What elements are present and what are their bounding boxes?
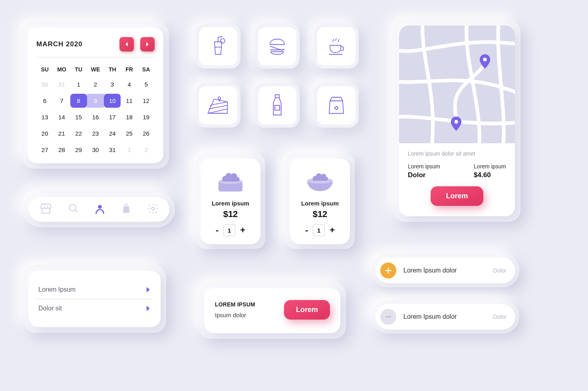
calendar-nav bbox=[119, 37, 155, 51]
svg-point-2 bbox=[151, 207, 155, 210]
list-item[interactable]: Dolor sit bbox=[37, 299, 153, 318]
calendar-day[interactable]: 27 bbox=[36, 143, 53, 157]
navbar bbox=[29, 197, 169, 222]
banner-cta-button[interactable]: Lorem bbox=[284, 300, 330, 320]
action-row-remove: Lorem Ipsum dolor Dolor bbox=[375, 304, 515, 330]
remove-button[interactable] bbox=[380, 309, 396, 325]
action-row-2-container: Lorem Ipsum dolor Dolor bbox=[371, 300, 519, 334]
calendar-day[interactable]: 8 bbox=[70, 94, 87, 108]
calendar-day[interactable]: 23 bbox=[87, 126, 104, 140]
action-row-1-note: Dolor bbox=[493, 267, 507, 274]
salad-box-icon bbox=[211, 166, 250, 195]
calendar-dow: TH bbox=[104, 64, 121, 75]
store-icon[interactable] bbox=[39, 202, 53, 217]
calendar-day[interactable]: 10 bbox=[104, 94, 121, 108]
category-tile-outer bbox=[196, 83, 240, 128]
calendar-day[interactable]: 2 bbox=[87, 77, 104, 91]
prev-month-button[interactable] bbox=[119, 37, 134, 51]
calendar-day[interactable]: 31 bbox=[104, 143, 121, 157]
qty-decrease-button[interactable]: - bbox=[305, 225, 308, 235]
list-item-label: Lorem Ipsum bbox=[38, 286, 75, 293]
burger-icon[interactable] bbox=[258, 27, 296, 65]
calendar-day[interactable]: 2 bbox=[138, 143, 155, 157]
banner-container: LOREM IPSUM Ipsum dolor Lorem bbox=[199, 282, 346, 339]
svg-point-1 bbox=[98, 205, 101, 209]
map-caption: Lorem ipsum dolor sit amet bbox=[408, 150, 506, 157]
navbar-container bbox=[23, 192, 175, 227]
quantity-stepper: - 1 + bbox=[216, 224, 245, 236]
calendar-dow: FR bbox=[121, 64, 137, 75]
menu-list: Lorem Ipsum Dolor sit bbox=[29, 271, 161, 327]
calendar-day[interactable]: 20 bbox=[36, 126, 53, 140]
qty-increase-button[interactable]: + bbox=[330, 225, 335, 235]
map-area[interactable] bbox=[399, 26, 515, 143]
calendar-day[interactable]: 25 bbox=[121, 126, 137, 140]
next-month-button[interactable] bbox=[140, 37, 155, 51]
calendar-day[interactable]: 4 bbox=[121, 77, 137, 91]
qty-increase-button[interactable]: + bbox=[240, 225, 245, 235]
action-row-1-container: Lorem Ipsum dolor Dolor bbox=[371, 254, 519, 287]
calendar-dow: SA bbox=[138, 64, 155, 75]
qty-decrease-button[interactable]: - bbox=[216, 225, 219, 235]
calendar-day[interactable]: 9 bbox=[87, 94, 104, 108]
product-price: $12 bbox=[223, 209, 238, 219]
calendar-day[interactable]: 3 bbox=[104, 77, 121, 91]
calendar-day[interactable]: 1 bbox=[121, 143, 137, 157]
calendar-day[interactable]: 6 bbox=[36, 94, 53, 108]
calendar-day[interactable]: 30 bbox=[36, 77, 53, 91]
map-stats: Lorem ipsum Dolor Lorem ipsum $4.60 bbox=[408, 163, 506, 179]
coffee-icon[interactable] bbox=[317, 27, 356, 65]
user-icon[interactable] bbox=[94, 203, 105, 216]
calendar-day[interactable]: 26 bbox=[138, 126, 155, 140]
product-name: Lorem ipsum bbox=[212, 200, 249, 207]
svg-rect-6 bbox=[275, 105, 280, 110]
category-tile-outer bbox=[314, 24, 359, 69]
calendar: MARCH 2020 SUMOTUWETHFRSA303112345678910… bbox=[28, 28, 163, 163]
calendar-header: MARCH 2020 bbox=[36, 37, 155, 57]
product-name: Lorem ipsum bbox=[301, 200, 339, 207]
calendar-day[interactable]: 31 bbox=[53, 77, 70, 91]
cake-icon[interactable] bbox=[199, 86, 237, 124]
drink-icon[interactable] bbox=[199, 27, 237, 65]
salad-bowl-icon bbox=[300, 166, 340, 195]
list-item[interactable]: Lorem Ipsum bbox=[37, 280, 153, 299]
bag-food-icon[interactable] bbox=[317, 86, 356, 124]
map-pin-destination-icon bbox=[450, 117, 462, 131]
map-info: Lorem ipsum dolor sit amet Lorem ipsum D… bbox=[399, 143, 515, 216]
svg-point-3 bbox=[220, 39, 225, 43]
calendar-day[interactable]: 21 bbox=[53, 126, 70, 140]
calendar-day[interactable]: 29 bbox=[70, 143, 87, 157]
bag-icon[interactable] bbox=[121, 203, 132, 216]
calendar-day[interactable]: 15 bbox=[70, 110, 87, 124]
calendar-day[interactable]: 16 bbox=[87, 110, 104, 124]
calendar-day[interactable]: 13 bbox=[36, 110, 53, 124]
menu-list-container: Lorem Ipsum Dolor sit bbox=[23, 265, 166, 333]
calendar-day[interactable]: 5 bbox=[138, 77, 155, 91]
search-icon[interactable] bbox=[68, 203, 79, 216]
calendar-day[interactable]: 12 bbox=[138, 94, 155, 108]
chevron-right-icon bbox=[145, 41, 150, 47]
calendar-container: MARCH 2020 SUMOTUWETHFRSA303112345678910… bbox=[22, 22, 169, 169]
calendar-day[interactable]: 18 bbox=[121, 110, 137, 124]
product-card: Lorem ipsum $12 - 1 + bbox=[290, 158, 350, 244]
calendar-day[interactable]: 22 bbox=[70, 126, 87, 140]
action-row-2-title: Lorem Ipsum dolor bbox=[403, 313, 486, 320]
calendar-day[interactable]: 7 bbox=[53, 94, 70, 108]
calendar-day[interactable]: 30 bbox=[87, 143, 104, 157]
banner-text: LOREM IPSUM Ipsum dolor bbox=[215, 301, 255, 318]
calendar-day[interactable]: 14 bbox=[53, 110, 70, 124]
calendar-day[interactable]: 11 bbox=[121, 94, 137, 108]
calendar-day[interactable]: 1 bbox=[70, 77, 87, 91]
gear-icon[interactable] bbox=[147, 203, 159, 216]
add-button[interactable] bbox=[380, 263, 396, 278]
calendar-day[interactable]: 28 bbox=[53, 143, 70, 157]
map-stat-2: Lorem ipsum $4.60 bbox=[474, 163, 506, 179]
bottle-icon[interactable] bbox=[258, 86, 296, 124]
calendar-day[interactable]: 17 bbox=[104, 110, 121, 124]
calendar-day[interactable]: 24 bbox=[104, 126, 121, 140]
category-grid bbox=[196, 24, 359, 128]
map-cta-button[interactable]: Lorem bbox=[431, 186, 483, 206]
map-stat-2-value: $4.60 bbox=[474, 171, 506, 179]
map-card-container: Lorem ipsum dolor sit amet Lorem ipsum D… bbox=[393, 20, 520, 222]
calendar-day[interactable]: 19 bbox=[138, 110, 155, 124]
